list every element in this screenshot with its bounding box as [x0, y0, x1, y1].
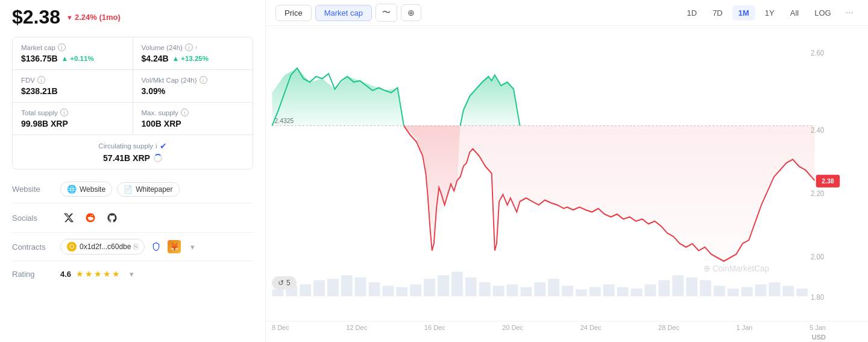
- x-label-24dec: 24 Dec: [580, 324, 602, 331]
- website-row: Website 🌐 Website 📄 Whitepaper: [12, 176, 253, 203]
- metamask-icon[interactable]: 🦊: [168, 240, 181, 253]
- rating-value: 4.6: [60, 270, 71, 279]
- stat-total-supply: Total supply i 99.98B XRP: [13, 103, 133, 135]
- right-panel: Price Market cap 〜 ⊕ 1D 7D 1M 1Y All LOG…: [265, 0, 868, 342]
- svg-rect-27: [534, 282, 546, 296]
- twitter-icon[interactable]: [60, 209, 77, 226]
- max-supply-info-icon[interactable]: i: [181, 109, 189, 116]
- chart-currency: USD: [266, 334, 868, 342]
- contracts-row: Contracts ⬡ 0x1d2f...c60dbe ⎘ 🦊 ▾: [12, 233, 253, 261]
- market-cap-change: ▲ +0.11%: [61, 55, 94, 62]
- svg-rect-19: [424, 279, 435, 296]
- svg-rect-42: [741, 287, 753, 296]
- vol-mkt-cap-info-icon[interactable]: i: [200, 76, 207, 84]
- shield-icon[interactable]: [149, 240, 163, 253]
- svg-rect-46: [796, 288, 808, 296]
- tab-price[interactable]: Price: [275, 5, 312, 21]
- star-5-half: ★: [112, 269, 120, 279]
- time-all-btn[interactable]: All: [784, 5, 805, 21]
- history-count: 5: [286, 279, 291, 287]
- tab-market-cap[interactable]: Market cap: [315, 5, 372, 21]
- x-label-8dec: 8 Dec: [272, 324, 289, 331]
- market-cap-info-icon[interactable]: i: [58, 43, 66, 51]
- svg-rect-22: [465, 277, 477, 296]
- rating-expand-icon[interactable]: ▾: [125, 267, 138, 280]
- chart-line-type-btn[interactable]: 〜: [376, 4, 397, 22]
- chart-candle-type-btn[interactable]: ⊕: [401, 4, 421, 21]
- contracts-content: ⬡ 0x1d2f...c60dbe ⎘ 🦊 ▾: [60, 239, 253, 255]
- history-button[interactable]: ↺ 5: [272, 276, 297, 290]
- socials-row: Socials: [12, 203, 253, 233]
- svg-text:⊕ CoinMarketCap: ⊕ CoinMarketCap: [703, 264, 769, 274]
- more-options-btn[interactable]: ···: [841, 4, 858, 21]
- svg-rect-20: [438, 275, 449, 296]
- svg-rect-10: [300, 284, 311, 296]
- doc-icon: 📄: [124, 185, 133, 194]
- x-label-16dec: 16 Dec: [424, 324, 445, 331]
- total-supply-info-icon[interactable]: i: [60, 109, 68, 116]
- svg-rect-29: [562, 286, 573, 296]
- stat-market-cap: Market cap i $136.75B ▲ +0.11%: [13, 37, 133, 69]
- chart-x-labels: 8 Dec 12 Dec 16 Dec 20 Dec 24 Dec 28 Dec…: [266, 321, 868, 334]
- rating-row: Rating 4.6 ★ ★ ★ ★ ★ ▾: [12, 261, 253, 287]
- svg-text:2.38: 2.38: [822, 177, 834, 185]
- fdv-label: FDV: [21, 77, 35, 84]
- svg-rect-31: [590, 287, 601, 296]
- history-icon: ↺: [278, 279, 284, 287]
- circulating-info-icon[interactable]: i: [156, 142, 157, 150]
- stat-vol-mkt-cap: Vol/Mkt Cap (24h) i 3.09%: [133, 70, 253, 102]
- svg-rect-45: [782, 286, 794, 296]
- website-button[interactable]: 🌐 Website: [60, 182, 112, 197]
- time-log-btn[interactable]: LOG: [808, 5, 837, 21]
- contracts-expand-icon[interactable]: ▾: [186, 240, 199, 253]
- svg-rect-37: [672, 275, 684, 296]
- x-label-28dec: 28 Dec: [658, 324, 679, 331]
- volume-arrow-link[interactable]: ›: [195, 44, 197, 51]
- svg-rect-8: [272, 290, 283, 297]
- website-label: Website: [12, 185, 54, 194]
- stat-max-supply: Max. supply i 100B XRP: [133, 103, 253, 135]
- svg-rect-43: [755, 284, 767, 296]
- svg-text:2.60: 2.60: [811, 48, 824, 57]
- star-3: ★: [94, 269, 102, 279]
- price-arrow-icon: ▼: [66, 14, 73, 21]
- chart-svg: 2.60 2.40 2.20 2.00 1.80 2.4325: [266, 26, 868, 321]
- verified-icon: ✔: [160, 141, 167, 151]
- rating-label: Rating: [12, 270, 54, 279]
- volume-info-icon[interactable]: i: [185, 43, 193, 51]
- svg-rect-18: [410, 284, 421, 296]
- svg-text:2.20: 2.20: [811, 189, 824, 198]
- socials-content: [60, 209, 253, 226]
- time-1d-btn[interactable]: 1D: [681, 5, 703, 21]
- price-change: ▼ 2.24% (1mo): [66, 13, 121, 22]
- reddit-icon[interactable]: [82, 209, 99, 226]
- github-icon[interactable]: [104, 209, 121, 226]
- time-7d-btn[interactable]: 7D: [706, 5, 729, 21]
- svg-rect-14: [355, 277, 366, 296]
- svg-rect-25: [507, 284, 518, 296]
- svg-rect-40: [714, 286, 725, 296]
- globe-icon: 🌐: [67, 185, 77, 194]
- circulating-supply-value: 57.41B XRP: [103, 153, 150, 163]
- svg-rect-41: [728, 288, 739, 296]
- max-supply-label: Max. supply: [142, 109, 178, 116]
- whitepaper-btn-label: Whitepaper: [136, 185, 172, 194]
- svg-rect-33: [617, 287, 629, 296]
- chart-area[interactable]: 2.60 2.40 2.20 2.00 1.80 2.4325: [266, 26, 868, 321]
- copy-icon[interactable]: ⎘: [134, 242, 138, 251]
- fdv-info-icon[interactable]: i: [37, 76, 45, 84]
- x-label-5jan: 5 Jan: [810, 324, 826, 331]
- contract-token-icon: ⬡: [67, 242, 77, 252]
- time-1m-btn[interactable]: 1M: [732, 5, 755, 21]
- whitepaper-button[interactable]: 📄 Whitepaper: [117, 182, 179, 197]
- svg-rect-28: [548, 279, 559, 296]
- vol-mkt-cap-value: 3.09%: [142, 86, 245, 96]
- time-1y-btn[interactable]: 1Y: [759, 5, 781, 21]
- socials-label: Socials: [12, 214, 54, 223]
- market-cap-label: Market cap: [21, 44, 55, 51]
- left-panel: $2.38 ▼ 2.24% (1mo) Market cap i $136.75…: [0, 0, 265, 342]
- website-btn-label: Website: [80, 185, 105, 194]
- info-section: Website 🌐 Website 📄 Whitepaper Socials: [12, 176, 253, 287]
- svg-rect-38: [686, 277, 697, 296]
- contract-chip[interactable]: ⬡ 0x1d2f...c60dbe ⎘: [60, 239, 145, 255]
